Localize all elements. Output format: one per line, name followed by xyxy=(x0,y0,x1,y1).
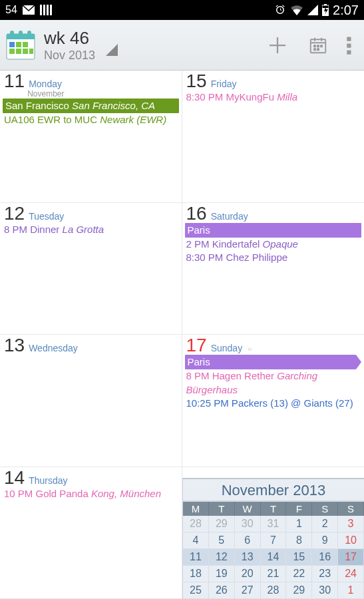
day-cell[interactable]: 13Wednesday xyxy=(0,335,182,467)
svg-point-11 xyxy=(19,31,23,35)
title-dropdown[interactable]: wk 46 Nov 2013 xyxy=(44,28,266,63)
week-label: wk 46 xyxy=(44,28,95,49)
mini-month-day[interactable]: 4 xyxy=(183,532,209,549)
mini-month-day[interactable]: 2 xyxy=(312,516,338,532)
mini-month-weekday: S xyxy=(338,502,364,516)
event[interactable]: 2 PM Kindertafel Opaque xyxy=(185,238,362,251)
mini-month-day[interactable]: 21 xyxy=(261,566,287,582)
day-name: Monday xyxy=(29,79,64,89)
mini-month-day[interactable]: 1 xyxy=(286,516,312,532)
svg-point-24 xyxy=(314,49,316,51)
svg-point-21 xyxy=(314,45,316,47)
status-bar: 54 2:07 xyxy=(0,0,364,20)
day-cell[interactable]: 12Tuesday8 PM Dinner La Grotta xyxy=(0,203,182,335)
day-number: 15 xyxy=(186,72,207,91)
svg-point-23 xyxy=(321,45,323,47)
event[interactable]: Paris xyxy=(185,355,357,369)
day-number: 12 xyxy=(4,204,25,223)
mini-month-day[interactable]: 8 xyxy=(286,532,312,549)
svg-rect-2 xyxy=(43,5,45,15)
svg-rect-16 xyxy=(16,49,21,54)
mini-month-day[interactable]: 19 xyxy=(209,566,235,582)
mini-month-title: November 2013 xyxy=(183,479,364,502)
mini-month-day[interactable]: 6 xyxy=(235,532,261,549)
mini-month-day[interactable]: 18 xyxy=(183,566,209,582)
svg-rect-9 xyxy=(7,34,35,39)
mini-month-day[interactable]: 28 xyxy=(183,516,209,532)
svg-point-10 xyxy=(10,31,14,35)
day-cell[interactable]: 11MondayNovemberSan Francisco San Franci… xyxy=(0,71,182,203)
svg-rect-3 xyxy=(47,5,49,15)
wifi-icon xyxy=(290,5,303,15)
mini-month-day[interactable]: 15 xyxy=(286,549,312,566)
day-cell[interactable]: 16SaturdayParis2 PM Kindertafel Opaque8:… xyxy=(182,203,365,335)
battery-icon xyxy=(322,4,329,16)
mini-month-day[interactable]: 7 xyxy=(261,532,287,549)
mini-month-day[interactable]: 29 xyxy=(286,582,312,599)
mini-month-day[interactable]: 14 xyxy=(261,549,287,566)
svg-rect-1 xyxy=(40,5,42,15)
mini-month-day[interactable]: 11 xyxy=(183,549,209,566)
event[interactable]: 8:30 PM Chez Philippe xyxy=(185,251,362,264)
mini-month-day[interactable]: 1 xyxy=(338,582,364,599)
notification-count: 54 xyxy=(5,4,17,16)
alarm-icon xyxy=(274,4,286,16)
mini-month-day[interactable]: 9 xyxy=(312,532,338,549)
mini-month-weekday: F xyxy=(286,502,312,516)
mini-month-day[interactable]: 12 xyxy=(209,549,235,566)
svg-point-22 xyxy=(317,45,319,47)
spinner-icon xyxy=(106,44,118,59)
event[interactable]: 10 PM Gold Panda Kong, München xyxy=(3,487,179,500)
mini-month-day[interactable]: 22 xyxy=(286,566,312,582)
mini-month-day[interactable]: 30 xyxy=(235,516,261,532)
mini-month-day[interactable]: 31 xyxy=(261,516,287,532)
event[interactable]: Paris xyxy=(185,223,362,238)
mini-month-weekday: W xyxy=(235,502,261,516)
event[interactable]: UA106 EWR to MUC Newark (EWR) xyxy=(3,113,179,126)
mini-month-day[interactable]: 3 xyxy=(338,516,364,532)
mini-month-day[interactable]: 26 xyxy=(209,582,235,599)
overflow-menu-button[interactable] xyxy=(347,35,352,55)
svg-rect-13 xyxy=(9,42,15,47)
app-icon xyxy=(4,29,37,62)
svg-rect-18 xyxy=(23,49,28,54)
svg-point-12 xyxy=(27,31,31,35)
mini-month-day[interactable]: 13 xyxy=(235,549,261,566)
mini-month-day[interactable]: 29 xyxy=(209,516,235,532)
event[interactable]: 8 PM Hagen Rether Garching Bürgerhaus xyxy=(185,369,362,397)
holiday-indicator-icon: ○ xyxy=(248,345,252,353)
add-event-button[interactable] xyxy=(266,33,289,57)
day-cell[interactable]: 15Friday8:30 PM MyKungFu Milla xyxy=(182,71,365,203)
svg-rect-14 xyxy=(9,49,15,54)
day-name: Thursday xyxy=(29,475,67,486)
mini-month-day[interactable]: 10 xyxy=(338,532,364,549)
day-cell[interactable]: 14Thursday10 PM Gold Panda Kong, München xyxy=(0,467,182,600)
event[interactable]: San Francisco San Francisco, CA xyxy=(3,99,179,113)
event[interactable]: 8 PM Dinner La Grotta xyxy=(3,223,179,236)
mini-month-day[interactable]: 24 xyxy=(338,566,364,582)
gmail-icon xyxy=(23,5,35,15)
svg-point-25 xyxy=(317,49,319,51)
day-cell[interactable]: 17Sunday○Paris8 PM Hagen Rether Garching… xyxy=(182,335,365,467)
day-name: Saturday xyxy=(211,211,248,222)
mini-month-day[interactable]: 5 xyxy=(209,532,235,549)
mini-month[interactable]: November 2013 MTWTFSS2829303112345678910… xyxy=(182,478,364,599)
svg-rect-26 xyxy=(347,37,351,41)
svg-rect-28 xyxy=(347,50,351,54)
svg-rect-17 xyxy=(23,42,28,47)
mini-month-day[interactable]: 16 xyxy=(312,549,338,566)
mini-month-day[interactable]: 30 xyxy=(312,582,338,599)
event[interactable]: 8:30 PM MyKungFu Milla xyxy=(185,91,362,104)
mini-month-weekday: S xyxy=(312,502,338,516)
event[interactable]: 10:25 PM Packers (13) @ Giants (27) xyxy=(185,397,362,410)
mini-month-day[interactable]: 28 xyxy=(261,582,287,599)
mini-month-day[interactable]: 27 xyxy=(235,582,261,599)
mini-month-day[interactable]: 17 xyxy=(338,549,364,566)
mini-month-day[interactable]: 23 xyxy=(312,566,338,582)
day-number: 16 xyxy=(186,204,207,223)
mini-month-day[interactable]: 20 xyxy=(235,566,261,582)
mini-month-day[interactable]: 25 xyxy=(183,582,209,599)
mini-month-weekday: T xyxy=(209,502,235,516)
today-button[interactable] xyxy=(308,35,328,55)
month-label: Nov 2013 xyxy=(44,49,95,63)
